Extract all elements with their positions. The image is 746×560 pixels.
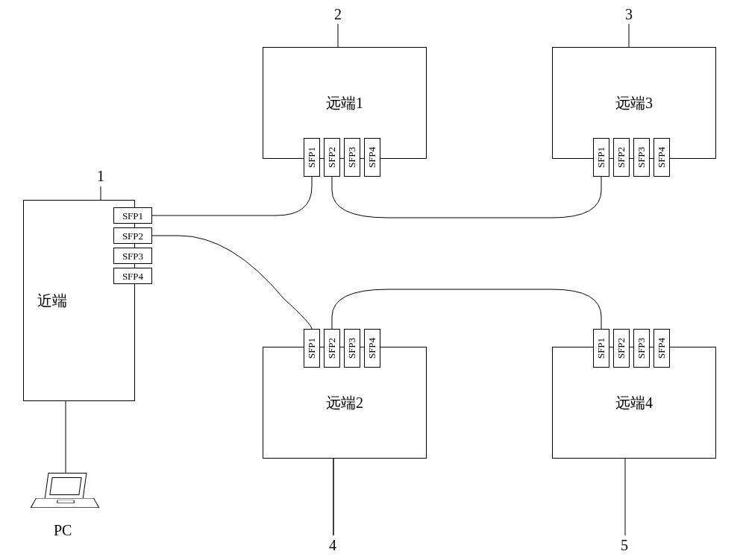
- near-sfp4: SFP4: [113, 268, 152, 284]
- remote2-sfp3: SFP3: [344, 329, 360, 368]
- marker-1: 1: [97, 168, 104, 185]
- marker-2: 2: [334, 6, 342, 23]
- remote3-sfp4: SFP4: [653, 138, 670, 177]
- remote1-sfp4: SFP4: [364, 138, 380, 177]
- remote4-sfp2: SFP2: [613, 329, 630, 368]
- remote3-sfp3: SFP3: [633, 138, 650, 177]
- marker-5: 5: [621, 537, 628, 554]
- node-remote1-label: 远端1: [326, 93, 363, 113]
- node-remote3-label: 远端3: [615, 93, 653, 113]
- node-near-label: 近端: [37, 291, 67, 311]
- near-sfp2: SFP2: [113, 227, 152, 244]
- remote1-sfp3: SFP3: [344, 138, 360, 177]
- laptop-icon: [36, 473, 95, 517]
- near-sfp3: SFP3: [113, 248, 152, 264]
- remote1-sfp1: SFP1: [304, 138, 320, 177]
- remote1-sfp2: SFP2: [324, 138, 340, 177]
- diagram-canvas: 2 3 1 4 5 近端 SFP1 SFP2 SFP3 SFP4 远端1 SFP…: [0, 0, 746, 560]
- remote2-sfp2: SFP2: [324, 329, 340, 368]
- remote4-sfp4: SFP4: [653, 329, 670, 368]
- remote2-sfp1: SFP1: [304, 329, 320, 368]
- pc-label: PC: [54, 522, 72, 539]
- marker-4: 4: [329, 537, 336, 554]
- near-sfp1: SFP1: [113, 207, 152, 224]
- remote4-sfp1: SFP1: [593, 329, 609, 368]
- node-remote4-label: 远端4: [615, 393, 653, 413]
- node-remote2-label: 远端2: [326, 393, 363, 413]
- remote2-sfp4: SFP4: [364, 329, 380, 368]
- remote3-sfp2: SFP2: [613, 138, 630, 177]
- marker-3: 3: [625, 6, 633, 23]
- remote3-sfp1: SFP1: [593, 138, 609, 177]
- remote4-sfp3: SFP3: [633, 329, 650, 368]
